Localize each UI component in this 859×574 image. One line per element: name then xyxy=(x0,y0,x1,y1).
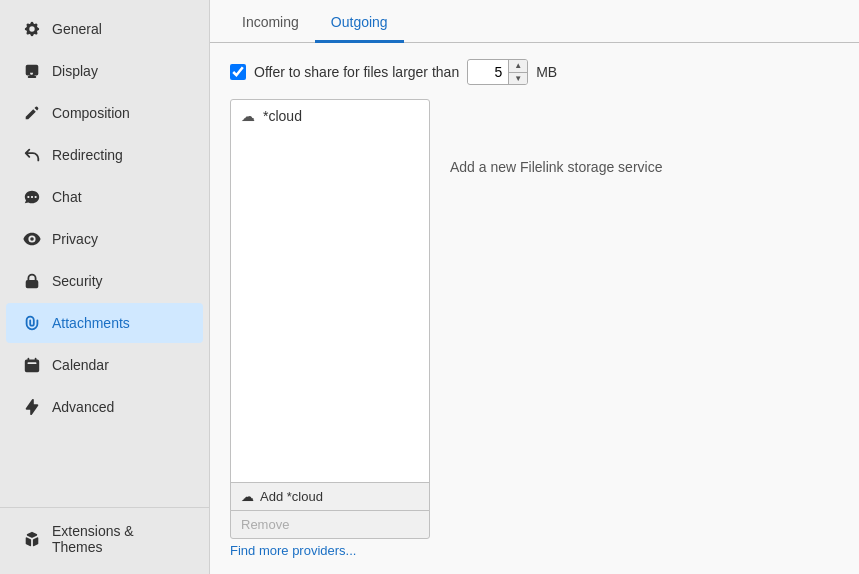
advanced-icon xyxy=(22,397,42,417)
cloud-icon: ☁ xyxy=(241,108,255,124)
sidebar-item-security[interactable]: Security xyxy=(6,261,203,301)
tabs-bar: Incoming Outgoing xyxy=(210,0,859,43)
sidebar-item-redirecting[interactable]: Redirecting xyxy=(6,135,203,175)
chat-icon xyxy=(22,187,42,207)
sidebar-item-attachments[interactable]: Attachments xyxy=(6,303,203,343)
file-size-input[interactable] xyxy=(468,61,508,83)
list-buttons: ☁ Add *cloud Remove xyxy=(230,483,430,539)
sidebar-item-advanced[interactable]: Advanced xyxy=(6,387,203,427)
sidebar-item-label: Chat xyxy=(52,189,82,205)
security-icon xyxy=(22,271,42,291)
tab-incoming[interactable]: Incoming xyxy=(226,4,315,43)
offer-row: Offer to share for files larger than ▲ ▼… xyxy=(230,59,839,85)
find-providers-link[interactable]: Find more providers... xyxy=(230,543,430,558)
spinner-buttons: ▲ ▼ xyxy=(508,60,527,84)
sidebar-item-extensions-themes[interactable]: Extensions & Themes xyxy=(6,513,203,565)
main-content: Incoming Outgoing Offer to share for fil… xyxy=(210,0,859,574)
spinner-down-button[interactable]: ▼ xyxy=(509,72,527,84)
sidebar: General Display Composition Redirecting xyxy=(0,0,210,574)
offer-label: Offer to share for files larger than xyxy=(254,64,459,80)
general-icon xyxy=(22,19,42,39)
tab-outgoing[interactable]: Outgoing xyxy=(315,4,404,43)
add-service-text: Add a new Filelink storage service xyxy=(450,159,839,175)
sidebar-item-label: Redirecting xyxy=(52,147,123,163)
sidebar-item-privacy[interactable]: Privacy xyxy=(6,219,203,259)
sidebar-item-calendar[interactable]: Calendar xyxy=(6,345,203,385)
sidebar-item-label: Composition xyxy=(52,105,130,121)
sidebar-item-label: Extensions & Themes xyxy=(52,523,187,555)
sidebar-item-label: Calendar xyxy=(52,357,109,373)
mb-label: MB xyxy=(536,64,557,80)
sidebar-item-label: Advanced xyxy=(52,399,114,415)
sidebar-item-label: General xyxy=(52,21,102,37)
content-area: Offer to share for files larger than ▲ ▼… xyxy=(210,43,859,574)
list-item[interactable]: ☁ *cloud xyxy=(231,100,429,132)
two-col-layout: ☁ *cloud ☁ Add *cloud Remove Find more p… xyxy=(230,99,839,558)
remove-button[interactable]: Remove xyxy=(230,510,430,539)
file-size-spinner: ▲ ▼ xyxy=(467,59,528,85)
service-list: ☁ *cloud xyxy=(230,99,430,483)
composition-icon xyxy=(22,103,42,123)
add-cloud-icon: ☁ xyxy=(241,489,254,504)
privacy-icon xyxy=(22,229,42,249)
sidebar-item-general[interactable]: General xyxy=(6,9,203,49)
offer-checkbox[interactable] xyxy=(230,64,246,80)
list-panel: ☁ *cloud ☁ Add *cloud Remove Find more p… xyxy=(230,99,430,558)
add-cloud-button[interactable]: ☁ Add *cloud xyxy=(230,482,430,511)
attachments-icon xyxy=(22,313,42,333)
sidebar-item-display[interactable]: Display xyxy=(6,51,203,91)
sidebar-item-composition[interactable]: Composition xyxy=(6,93,203,133)
display-icon xyxy=(22,61,42,81)
sidebar-item-label: Security xyxy=(52,273,103,289)
extensions-icon xyxy=(22,529,42,549)
service-name: *cloud xyxy=(263,108,302,124)
sidebar-item-label: Privacy xyxy=(52,231,98,247)
sidebar-item-label: Display xyxy=(52,63,98,79)
sidebar-item-chat[interactable]: Chat xyxy=(6,177,203,217)
spinner-up-button[interactable]: ▲ xyxy=(509,60,527,72)
right-panel: Add a new Filelink storage service xyxy=(450,99,839,558)
sidebar-item-label: Attachments xyxy=(52,315,130,331)
redirecting-icon xyxy=(22,145,42,165)
calendar-icon xyxy=(22,355,42,375)
